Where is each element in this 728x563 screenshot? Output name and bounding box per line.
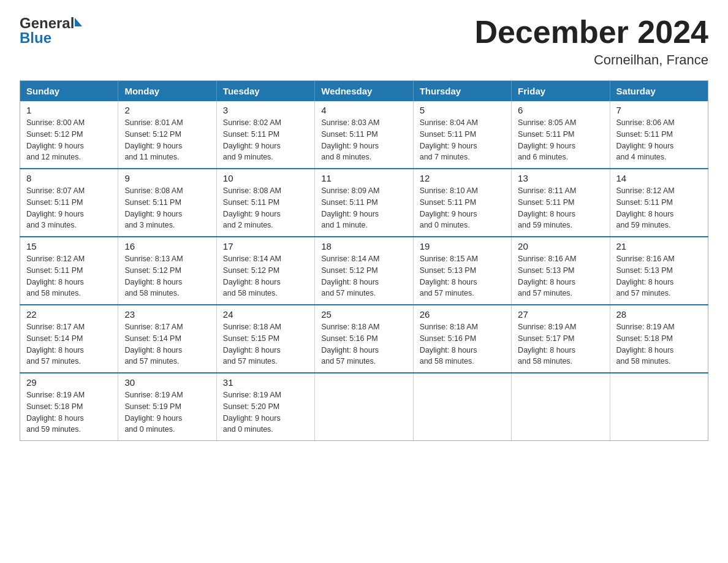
day-number: 25 xyxy=(321,309,406,320)
day-info: Sunrise: 8:08 AMSunset: 5:11 PMDaylight:… xyxy=(223,185,308,231)
calendar-week-row: 29Sunrise: 8:19 AMSunset: 5:18 PMDayligh… xyxy=(20,373,708,441)
calendar-cell: 27Sunrise: 8:19 AMSunset: 5:17 PMDayligh… xyxy=(512,305,610,373)
calendar-cell xyxy=(413,373,511,441)
day-number: 21 xyxy=(616,241,702,251)
day-info: Sunrise: 8:04 AMSunset: 5:11 PMDaylight:… xyxy=(420,117,505,163)
calendar-cell xyxy=(512,373,610,441)
day-number: 28 xyxy=(616,309,702,320)
day-info: Sunrise: 8:07 AMSunset: 5:11 PMDaylight:… xyxy=(26,185,112,231)
calendar-week-row: 8Sunrise: 8:07 AMSunset: 5:11 PMDaylight… xyxy=(20,169,708,237)
day-info: Sunrise: 8:18 AMSunset: 5:15 PMDaylight:… xyxy=(223,321,308,367)
day-header-thursday: Thursday xyxy=(413,81,511,102)
day-number: 18 xyxy=(321,241,406,251)
day-number: 20 xyxy=(518,241,603,251)
day-info: Sunrise: 8:11 AMSunset: 5:11 PMDaylight:… xyxy=(518,185,603,231)
day-number: 24 xyxy=(223,309,308,320)
day-info: Sunrise: 8:17 AMSunset: 5:14 PMDaylight:… xyxy=(26,321,112,367)
day-info: Sunrise: 8:01 AMSunset: 5:12 PMDaylight:… xyxy=(124,117,210,163)
day-number: 19 xyxy=(420,241,505,251)
day-number: 9 xyxy=(124,173,210,183)
calendar-week-row: 22Sunrise: 8:17 AMSunset: 5:14 PMDayligh… xyxy=(20,305,708,373)
calendar-title: December 2024 xyxy=(474,15,708,50)
calendar-cell: 15Sunrise: 8:12 AMSunset: 5:11 PMDayligh… xyxy=(20,237,118,305)
calendar-cell: 29Sunrise: 8:19 AMSunset: 5:18 PMDayligh… xyxy=(20,373,118,441)
calendar-week-row: 15Sunrise: 8:12 AMSunset: 5:11 PMDayligh… xyxy=(20,237,708,305)
day-info: Sunrise: 8:02 AMSunset: 5:11 PMDaylight:… xyxy=(223,117,308,163)
logo: General Blue xyxy=(20,15,82,47)
calendar-cell: 8Sunrise: 8:07 AMSunset: 5:11 PMDaylight… xyxy=(20,169,118,237)
day-header-monday: Monday xyxy=(118,81,216,102)
calendar-cell: 24Sunrise: 8:18 AMSunset: 5:15 PMDayligh… xyxy=(216,305,314,373)
calendar-cell: 26Sunrise: 8:18 AMSunset: 5:16 PMDayligh… xyxy=(413,305,511,373)
calendar-week-row: 1Sunrise: 8:00 AMSunset: 5:12 PMDaylight… xyxy=(20,101,708,169)
calendar-cell: 2Sunrise: 8:01 AMSunset: 5:12 PMDaylight… xyxy=(118,101,216,169)
day-info: Sunrise: 8:19 AMSunset: 5:19 PMDaylight:… xyxy=(124,389,210,435)
day-info: Sunrise: 8:13 AMSunset: 5:12 PMDaylight:… xyxy=(124,253,210,299)
day-info: Sunrise: 8:12 AMSunset: 5:11 PMDaylight:… xyxy=(616,185,702,231)
calendar-cell: 18Sunrise: 8:14 AMSunset: 5:12 PMDayligh… xyxy=(315,237,413,305)
day-number: 16 xyxy=(124,241,210,251)
day-number: 23 xyxy=(124,309,210,320)
day-info: Sunrise: 8:18 AMSunset: 5:16 PMDaylight:… xyxy=(420,321,505,367)
day-info: Sunrise: 8:12 AMSunset: 5:11 PMDaylight:… xyxy=(26,253,112,299)
page-header: General Blue December 2024 Corneilhan, F… xyxy=(20,15,708,68)
day-number: 8 xyxy=(26,173,112,183)
calendar-cell: 21Sunrise: 8:16 AMSunset: 5:13 PMDayligh… xyxy=(610,237,708,305)
calendar-cell: 23Sunrise: 8:17 AMSunset: 5:14 PMDayligh… xyxy=(118,305,216,373)
calendar-subtitle: Corneilhan, France xyxy=(474,52,708,68)
calendar-cell: 19Sunrise: 8:15 AMSunset: 5:13 PMDayligh… xyxy=(413,237,511,305)
day-info: Sunrise: 8:16 AMSunset: 5:13 PMDaylight:… xyxy=(616,253,702,299)
day-number: 3 xyxy=(223,105,308,115)
day-number: 15 xyxy=(26,241,112,251)
day-header-friday: Friday xyxy=(512,81,610,102)
day-info: Sunrise: 8:14 AMSunset: 5:12 PMDaylight:… xyxy=(321,253,406,299)
day-info: Sunrise: 8:19 AMSunset: 5:18 PMDaylight:… xyxy=(616,321,702,367)
day-header-tuesday: Tuesday xyxy=(216,81,314,102)
day-info: Sunrise: 8:03 AMSunset: 5:11 PMDaylight:… xyxy=(321,117,406,163)
calendar-cell: 25Sunrise: 8:18 AMSunset: 5:16 PMDayligh… xyxy=(315,305,413,373)
calendar-cell: 11Sunrise: 8:09 AMSunset: 5:11 PMDayligh… xyxy=(315,169,413,237)
day-number: 5 xyxy=(420,105,505,115)
calendar-cell: 16Sunrise: 8:13 AMSunset: 5:12 PMDayligh… xyxy=(118,237,216,305)
title-block: December 2024 Corneilhan, France xyxy=(474,15,708,68)
day-number: 30 xyxy=(124,377,210,388)
day-number: 12 xyxy=(420,173,505,183)
day-number: 7 xyxy=(616,105,702,115)
day-info: Sunrise: 8:08 AMSunset: 5:11 PMDaylight:… xyxy=(124,185,210,231)
calendar-cell: 22Sunrise: 8:17 AMSunset: 5:14 PMDayligh… xyxy=(20,305,118,373)
day-number: 1 xyxy=(26,105,112,115)
calendar-cell xyxy=(315,373,413,441)
calendar-cell: 12Sunrise: 8:10 AMSunset: 5:11 PMDayligh… xyxy=(413,169,511,237)
day-number: 26 xyxy=(420,309,505,320)
day-number: 6 xyxy=(518,105,603,115)
day-info: Sunrise: 8:18 AMSunset: 5:16 PMDaylight:… xyxy=(321,321,406,367)
day-info: Sunrise: 8:16 AMSunset: 5:13 PMDaylight:… xyxy=(518,253,603,299)
day-header-sunday: Sunday xyxy=(20,81,118,102)
calendar-cell: 5Sunrise: 8:04 AMSunset: 5:11 PMDaylight… xyxy=(413,101,511,169)
day-info: Sunrise: 8:17 AMSunset: 5:14 PMDaylight:… xyxy=(124,321,210,367)
calendar-cell: 9Sunrise: 8:08 AMSunset: 5:11 PMDaylight… xyxy=(118,169,216,237)
day-info: Sunrise: 8:05 AMSunset: 5:11 PMDaylight:… xyxy=(518,117,603,163)
day-number: 17 xyxy=(223,241,308,251)
day-number: 2 xyxy=(124,105,210,115)
calendar-cell: 30Sunrise: 8:19 AMSunset: 5:19 PMDayligh… xyxy=(118,373,216,441)
logo-text-blue: Blue xyxy=(20,29,82,47)
calendar-cell xyxy=(610,373,708,441)
logo-arrow-icon xyxy=(75,18,82,26)
day-info: Sunrise: 8:10 AMSunset: 5:11 PMDaylight:… xyxy=(420,185,505,231)
day-number: 11 xyxy=(321,173,406,183)
day-number: 10 xyxy=(223,173,308,183)
calendar-cell: 3Sunrise: 8:02 AMSunset: 5:11 PMDaylight… xyxy=(216,101,314,169)
day-info: Sunrise: 8:00 AMSunset: 5:12 PMDaylight:… xyxy=(26,117,112,163)
calendar-cell: 20Sunrise: 8:16 AMSunset: 5:13 PMDayligh… xyxy=(512,237,610,305)
day-info: Sunrise: 8:06 AMSunset: 5:11 PMDaylight:… xyxy=(616,117,702,163)
day-number: 22 xyxy=(26,309,112,320)
day-info: Sunrise: 8:15 AMSunset: 5:13 PMDaylight:… xyxy=(420,253,505,299)
day-number: 4 xyxy=(321,105,406,115)
calendar-cell: 6Sunrise: 8:05 AMSunset: 5:11 PMDaylight… xyxy=(512,101,610,169)
day-number: 29 xyxy=(26,377,112,388)
calendar-cell: 14Sunrise: 8:12 AMSunset: 5:11 PMDayligh… xyxy=(610,169,708,237)
calendar-cell: 31Sunrise: 8:19 AMSunset: 5:20 PMDayligh… xyxy=(216,373,314,441)
calendar-cell: 1Sunrise: 8:00 AMSunset: 5:12 PMDaylight… xyxy=(20,101,118,169)
day-number: 14 xyxy=(616,173,702,183)
